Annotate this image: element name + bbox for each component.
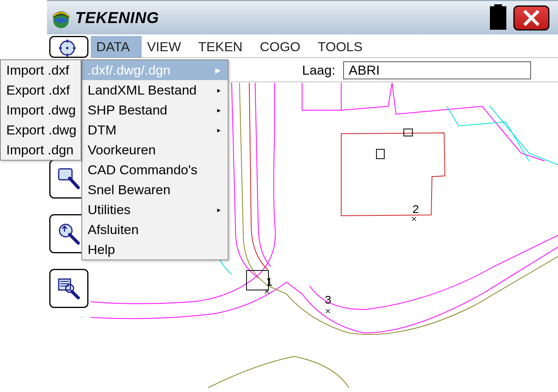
menu-data-cadcommandos[interactable]: CAD Commando's (82, 160, 228, 180)
svg-point-5 (66, 47, 68, 49)
tool-zoom-extents[interactable] (49, 36, 88, 58)
titlebar: TEKENING (47, 0, 558, 34)
zoom-window-icon (56, 166, 81, 192)
menu-data-dropdown: .dxf/.dwg/.dgn ▶ LandXML Bestand ▸ SHP B… (81, 59, 229, 260)
submenu-arrow-icon: ▸ (217, 106, 221, 115)
menu-data-landxml[interactable]: LandXML Bestand ▸ (82, 80, 228, 100)
layer-value: ABRI (349, 63, 380, 78)
app-title: TEKENING (75, 9, 159, 27)
submenu-arrow-icon: ▸ (217, 86, 221, 95)
zoom-in-icon (56, 221, 81, 246)
menu-teken[interactable]: TEKEN (193, 36, 254, 57)
menu-data-help[interactable]: Help (82, 240, 228, 260)
menu-data-voorkeuren[interactable]: Voorkeuren (82, 140, 228, 160)
zoom-layer-icon (56, 276, 81, 301)
submenu-import-dxf[interactable]: Import .dxf (1, 60, 81, 80)
submenu-export-dwg[interactable]: Export .dwg (1, 120, 81, 140)
menu-tools[interactable]: TOOLS (312, 36, 374, 57)
layer-label: Laag: (302, 63, 335, 78)
menu-view[interactable]: VIEW (142, 36, 193, 57)
app-logo-icon (50, 7, 72, 29)
layer-field[interactable]: ABRI (343, 61, 531, 79)
battery-icon (490, 6, 506, 30)
menu-data-shp[interactable]: SHP Bestand ▸ (82, 100, 228, 120)
point-label-3: 3 (325, 293, 331, 306)
menu-file-submenu: Import .dxf Export .dxf Import .dwg Expo… (0, 59, 81, 161)
submenu-arrow-icon: ▸ (217, 126, 221, 134)
zoom-extents-icon (56, 37, 81, 58)
tool-zoom-layer[interactable] (49, 269, 88, 308)
submenu-import-dwg[interactable]: Import .dwg (1, 100, 81, 120)
point-label-2: 2 (412, 202, 419, 216)
close-icon (523, 10, 540, 26)
svg-rect-2 (376, 149, 384, 159)
submenu-export-dxf[interactable]: Export .dxf (1, 80, 81, 100)
point-label-1: 1 (266, 275, 273, 288)
menu-data-dtm[interactable]: DTM ▸ (82, 120, 228, 140)
close-button[interactable] (513, 5, 549, 30)
submenu-arrow-icon: ▸ (217, 206, 221, 214)
svg-rect-3 (404, 129, 412, 136)
menu-data-afsluiten[interactable]: Afsluiten (82, 220, 228, 240)
menu-cogo[interactable]: COGO (254, 36, 312, 57)
submenu-arrow-icon: ▶ (215, 66, 221, 75)
menu-data-dxfdwgdgn[interactable]: .dxf/.dwg/.dgn ▶ (82, 60, 228, 80)
menu-data[interactable]: DATA (91, 36, 142, 57)
menu-data-snelbewaren[interactable]: Snel Bewaren (82, 180, 228, 200)
svg-rect-1 (247, 270, 268, 290)
menu-data-utilities[interactable]: Utilities ▸ (82, 200, 228, 220)
menubar: DATA VIEW TEKEN COGO TOOLS (91, 36, 558, 58)
submenu-import-dgn[interactable]: Import .dgn (1, 140, 81, 160)
